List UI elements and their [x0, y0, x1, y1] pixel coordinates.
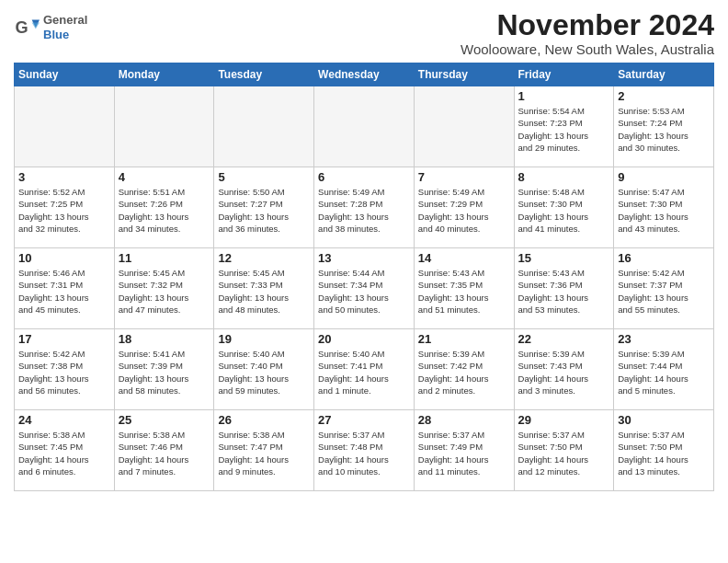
calendar-cell: 21Sunrise: 5:39 AM Sunset: 7:42 PM Dayli… — [414, 329, 514, 410]
day-number: 1 — [518, 89, 610, 103]
day-info: Sunrise: 5:39 AM Sunset: 7:43 PM Dayligh… — [518, 348, 610, 396]
calendar-cell: 30Sunrise: 5:37 AM Sunset: 7:50 PM Dayli… — [614, 410, 714, 491]
day-info: Sunrise: 5:49 AM Sunset: 7:29 PM Dayligh… — [418, 186, 510, 235]
calendar-cell — [414, 86, 514, 167]
day-info: Sunrise: 5:42 AM Sunset: 7:38 PM Dayligh… — [18, 348, 110, 396]
day-info: Sunrise: 5:40 AM Sunset: 7:40 PM Dayligh… — [218, 348, 310, 396]
calendar-week-2: 10Sunrise: 5:46 AM Sunset: 7:31 PM Dayli… — [15, 248, 714, 329]
day-number: 8 — [518, 170, 610, 184]
day-number: 19 — [218, 332, 310, 346]
calendar-cell: 12Sunrise: 5:45 AM Sunset: 7:33 PM Dayli… — [214, 248, 314, 329]
calendar-cell: 23Sunrise: 5:39 AM Sunset: 7:44 PM Dayli… — [614, 329, 714, 410]
title-area: November 2024 Woolooware, New South Wale… — [461, 9, 714, 57]
day-number: 22 — [518, 332, 610, 346]
calendar-cell: 11Sunrise: 5:45 AM Sunset: 7:32 PM Dayli… — [114, 248, 214, 329]
day-number: 24 — [18, 413, 110, 427]
calendar-cell: 18Sunrise: 5:41 AM Sunset: 7:39 PM Dayli… — [114, 329, 214, 410]
day-number: 10 — [18, 251, 110, 265]
day-info: Sunrise: 5:38 AM Sunset: 7:46 PM Dayligh… — [119, 429, 210, 477]
logo-icon: G — [14, 15, 40, 40]
day-number: 25 — [119, 413, 210, 427]
logo: G General Blue — [14, 13, 87, 41]
header-wednesday: Wednesday — [314, 63, 415, 86]
day-number: 12 — [218, 251, 310, 265]
calendar-cell: 3Sunrise: 5:52 AM Sunset: 7:25 PM Daylig… — [15, 167, 115, 248]
calendar: Sunday Monday Tuesday Wednesday Thursday… — [14, 63, 714, 491]
calendar-cell: 1Sunrise: 5:54 AM Sunset: 7:23 PM Daylig… — [514, 86, 614, 167]
day-info: Sunrise: 5:39 AM Sunset: 7:42 PM Dayligh… — [418, 348, 510, 396]
day-info: Sunrise: 5:45 AM Sunset: 7:33 PM Dayligh… — [218, 267, 310, 316]
day-number: 28 — [418, 413, 510, 427]
day-info: Sunrise: 5:41 AM Sunset: 7:39 PM Dayligh… — [119, 348, 210, 396]
header-thursday: Thursday — [414, 63, 514, 86]
header-saturday: Saturday — [614, 63, 714, 86]
calendar-cell: 14Sunrise: 5:43 AM Sunset: 7:35 PM Dayli… — [414, 248, 514, 329]
day-info: Sunrise: 5:37 AM Sunset: 7:48 PM Dayligh… — [318, 429, 410, 477]
month-title: November 2024 — [461, 9, 714, 41]
day-info: Sunrise: 5:42 AM Sunset: 7:37 PM Dayligh… — [618, 267, 710, 316]
day-number: 21 — [418, 332, 510, 346]
day-info: Sunrise: 5:44 AM Sunset: 7:34 PM Dayligh… — [318, 267, 410, 316]
calendar-cell — [114, 86, 214, 167]
page: G General Blue November 2024 Woolooware,… — [0, 0, 728, 563]
day-info: Sunrise: 5:38 AM Sunset: 7:47 PM Dayligh… — [218, 429, 310, 477]
calendar-cell: 17Sunrise: 5:42 AM Sunset: 7:38 PM Dayli… — [15, 329, 115, 410]
day-number: 4 — [119, 170, 210, 184]
day-info: Sunrise: 5:37 AM Sunset: 7:50 PM Dayligh… — [618, 429, 710, 477]
day-number: 6 — [318, 170, 410, 184]
calendar-cell: 10Sunrise: 5:46 AM Sunset: 7:31 PM Dayli… — [15, 248, 115, 329]
calendar-cell: 7Sunrise: 5:49 AM Sunset: 7:29 PM Daylig… — [414, 167, 514, 248]
day-number: 9 — [618, 170, 710, 184]
day-number: 13 — [318, 251, 410, 265]
calendar-cell: 26Sunrise: 5:38 AM Sunset: 7:47 PM Dayli… — [214, 410, 314, 491]
day-number: 7 — [418, 170, 510, 184]
day-number: 3 — [18, 170, 110, 184]
calendar-cell: 25Sunrise: 5:38 AM Sunset: 7:46 PM Dayli… — [114, 410, 214, 491]
calendar-cell — [214, 86, 314, 167]
day-info: Sunrise: 5:52 AM Sunset: 7:25 PM Dayligh… — [18, 186, 110, 235]
calendar-cell: 16Sunrise: 5:42 AM Sunset: 7:37 PM Dayli… — [614, 248, 714, 329]
calendar-cell — [15, 86, 115, 167]
logo-text: General Blue — [43, 13, 87, 41]
day-info: Sunrise: 5:51 AM Sunset: 7:26 PM Dayligh… — [119, 186, 210, 235]
day-number: 29 — [518, 413, 610, 427]
day-number: 15 — [518, 251, 610, 265]
calendar-week-4: 24Sunrise: 5:38 AM Sunset: 7:45 PM Dayli… — [15, 410, 714, 491]
day-info: Sunrise: 5:43 AM Sunset: 7:36 PM Dayligh… — [518, 267, 610, 316]
day-info: Sunrise: 5:38 AM Sunset: 7:45 PM Dayligh… — [18, 429, 110, 477]
day-number: 17 — [18, 332, 110, 346]
calendar-cell: 2Sunrise: 5:53 AM Sunset: 7:24 PM Daylig… — [614, 86, 714, 167]
calendar-cell: 27Sunrise: 5:37 AM Sunset: 7:48 PM Dayli… — [314, 410, 415, 491]
day-info: Sunrise: 5:39 AM Sunset: 7:44 PM Dayligh… — [618, 348, 710, 396]
day-number: 30 — [618, 413, 710, 427]
day-number: 23 — [618, 332, 710, 346]
calendar-cell: 29Sunrise: 5:37 AM Sunset: 7:50 PM Dayli… — [514, 410, 614, 491]
day-info: Sunrise: 5:54 AM Sunset: 7:23 PM Dayligh… — [518, 105, 610, 154]
day-info: Sunrise: 5:45 AM Sunset: 7:32 PM Dayligh… — [119, 267, 210, 316]
day-info: Sunrise: 5:43 AM Sunset: 7:35 PM Dayligh… — [418, 267, 510, 316]
calendar-cell: 13Sunrise: 5:44 AM Sunset: 7:34 PM Dayli… — [314, 248, 415, 329]
day-number: 18 — [119, 332, 210, 346]
weekday-header-row: Sunday Monday Tuesday Wednesday Thursday… — [15, 63, 714, 86]
day-info: Sunrise: 5:50 AM Sunset: 7:27 PM Dayligh… — [218, 186, 310, 235]
svg-text:G: G — [15, 17, 28, 36]
day-info: Sunrise: 5:46 AM Sunset: 7:31 PM Dayligh… — [18, 267, 110, 316]
day-number: 16 — [618, 251, 710, 265]
logo-blue: Blue — [43, 28, 87, 42]
day-number: 20 — [318, 332, 410, 346]
calendar-cell: 6Sunrise: 5:49 AM Sunset: 7:28 PM Daylig… — [314, 167, 415, 248]
calendar-week-1: 3Sunrise: 5:52 AM Sunset: 7:25 PM Daylig… — [15, 167, 714, 248]
calendar-week-3: 17Sunrise: 5:42 AM Sunset: 7:38 PM Dayli… — [15, 329, 714, 410]
header-tuesday: Tuesday — [214, 63, 314, 86]
calendar-cell: 22Sunrise: 5:39 AM Sunset: 7:43 PM Dayli… — [514, 329, 614, 410]
day-number: 11 — [119, 251, 210, 265]
day-info: Sunrise: 5:37 AM Sunset: 7:50 PM Dayligh… — [518, 429, 610, 477]
calendar-cell: 15Sunrise: 5:43 AM Sunset: 7:36 PM Dayli… — [514, 248, 614, 329]
calendar-week-0: 1Sunrise: 5:54 AM Sunset: 7:23 PM Daylig… — [15, 86, 714, 167]
location: Woolooware, New South Wales, Australia — [461, 41, 714, 57]
calendar-cell: 19Sunrise: 5:40 AM Sunset: 7:40 PM Dayli… — [214, 329, 314, 410]
day-info: Sunrise: 5:47 AM Sunset: 7:30 PM Dayligh… — [618, 186, 710, 235]
calendar-cell: 5Sunrise: 5:50 AM Sunset: 7:27 PM Daylig… — [214, 167, 314, 248]
day-number: 2 — [618, 89, 710, 103]
day-info: Sunrise: 5:53 AM Sunset: 7:24 PM Dayligh… — [618, 105, 710, 154]
